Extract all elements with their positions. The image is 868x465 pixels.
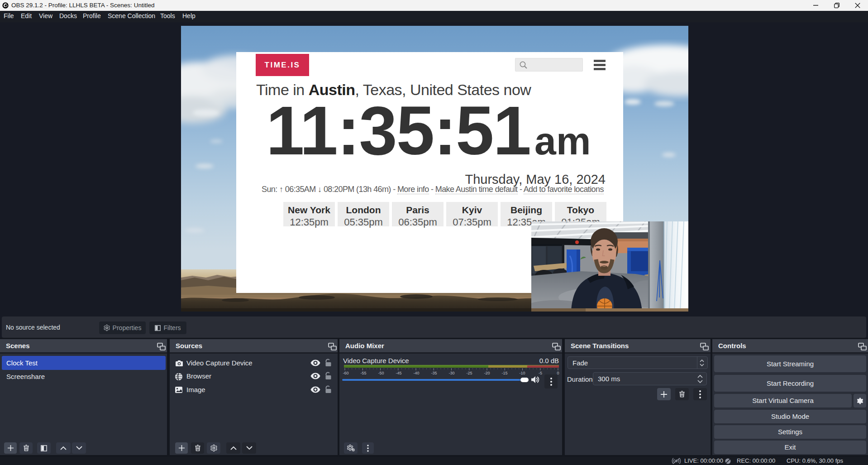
svg-text:-30: -30	[448, 371, 454, 375]
svg-text:-50: -50	[378, 371, 384, 375]
svg-text:-20: -20	[484, 371, 490, 375]
svg-text:-40: -40	[413, 371, 419, 375]
svg-text:-25: -25	[466, 371, 472, 375]
svg-text:-5: -5	[539, 371, 542, 375]
svg-text:-60: -60	[343, 371, 348, 375]
svg-text:-45: -45	[396, 371, 401, 375]
svg-text:-35: -35	[431, 371, 437, 375]
svg-text:-55: -55	[360, 371, 366, 375]
svg-text:0: 0	[557, 371, 559, 375]
svg-text:-10: -10	[519, 371, 525, 375]
svg-text:-15: -15	[501, 371, 507, 375]
